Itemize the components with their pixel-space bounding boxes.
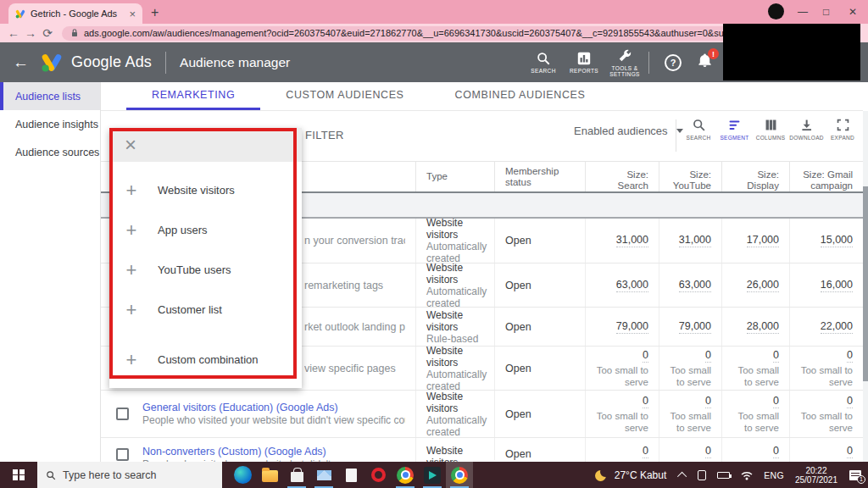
profile-avatar[interactable]	[768, 3, 784, 19]
col-membership-status[interactable]: Membership status	[494, 162, 585, 191]
time-text: 20:22	[795, 466, 837, 475]
nav-reports-button[interactable]: REPORTS	[564, 51, 604, 74]
menu-item-youtube-users[interactable]: + YouTube users	[109, 250, 302, 290]
type-main: Website visitors	[426, 345, 484, 369]
plus-icon: +	[121, 219, 142, 241]
battery-icon[interactable]	[717, 472, 730, 479]
tab-custom-audiences[interactable]: CUSTOM AUDIENCES	[260, 82, 429, 110]
play-arrow-icon[interactable]	[419, 462, 446, 488]
wrench-icon	[617, 48, 632, 64]
enabled-audiences-dropdown[interactable]: Enabled audiences	[574, 125, 683, 137]
segment-label: SEGMENT	[720, 135, 748, 141]
window-minimize-button[interactable]: —	[798, 6, 808, 18]
notification-center-icon[interactable]: 1	[849, 470, 861, 480]
edge-icon[interactable]	[229, 462, 256, 488]
close-icon[interactable]: ×	[125, 136, 136, 153]
sidebar-item-audience-sources[interactable]: Audience sources	[0, 138, 100, 166]
reload-button[interactable]: ⟳	[39, 26, 56, 40]
download-button[interactable]: DOWNLOAD	[789, 118, 825, 141]
header-divider	[165, 52, 166, 74]
size-display-value: 28,000	[747, 320, 779, 334]
table-row: Non-converters (Custom) (Google Ads) Peo…	[101, 438, 863, 462]
size-search-value: 31,000	[616, 234, 648, 247]
start-button[interactable]	[0, 462, 37, 488]
file-explorer-icon[interactable]	[256, 462, 283, 488]
wifi-icon[interactable]	[741, 470, 753, 480]
tab-remarketing[interactable]: REMARKETING	[126, 82, 260, 110]
col-type[interactable]: Type	[415, 162, 494, 191]
expand-label: EXPAND	[831, 135, 854, 141]
size-note: Too small to serve	[800, 364, 853, 388]
menu-item-label: App users	[158, 224, 208, 236]
columns-button[interactable]: COLUMNS	[753, 118, 788, 141]
weather-text[interactable]: 27°C Kabut	[615, 469, 667, 481]
type-sub: Automatically created	[426, 286, 484, 309]
app-back-arrow-icon[interactable]: ←	[13, 53, 29, 72]
mail-icon[interactable]	[310, 462, 337, 488]
col-size-youtube[interactable]: Size: YouTube	[659, 162, 721, 191]
audience-description: rket outlook landing pa...	[304, 321, 405, 333]
menu-item-custom-combination[interactable]: + Custom combination	[109, 340, 302, 380]
audience-name-link[interactable]: General visitors (Education) (Google Ads…	[142, 401, 405, 414]
window-close-button[interactable]: ✕	[849, 6, 857, 18]
google-ads-favicon	[15, 9, 25, 19]
size-gmail-value: 15,000	[821, 234, 853, 247]
col-size-gmail[interactable]: Size: Gmail campaign	[789, 162, 863, 191]
audience-name-link[interactable]: Non-converters (Custom) (Google Ads)	[142, 445, 339, 458]
type-main: Website visitors	[426, 445, 484, 462]
search-label: SEARCH	[687, 135, 711, 141]
type-main: Website visitors	[426, 262, 484, 286]
segment-button[interactable]: SEGMENT	[717, 118, 753, 141]
browser-tab[interactable]: Getrich - Google Ads ×	[8, 3, 142, 24]
audience-description: view specific pages	[304, 363, 405, 374]
nav-tools-settings-button[interactable]: TOOLS & SETTINGS	[604, 48, 645, 77]
sidebar-item-audience-lists[interactable]: Audience lists	[0, 82, 100, 110]
opera-icon[interactable]	[364, 462, 392, 488]
window-maximize-button[interactable]: □	[823, 6, 829, 18]
tray-chevron-icon[interactable]	[677, 471, 687, 480]
row-checkbox[interactable]	[116, 408, 129, 420]
weather-moon-icon[interactable]	[595, 469, 609, 482]
chrome-active-icon[interactable]	[446, 462, 473, 488]
menu-item-label: Customer list	[158, 303, 222, 316]
notifications-button[interactable]: !	[697, 53, 713, 72]
add-filter-button[interactable]: FILTER	[305, 129, 344, 141]
sidebar-item-audience-insights[interactable]: Audience insights	[0, 110, 100, 138]
col-size-search[interactable]: Size: Search	[585, 162, 659, 191]
tab-combined-audiences[interactable]: COMBINED AUDIENCES	[430, 82, 611, 110]
nav-search-button[interactable]: SEARCH	[523, 51, 564, 74]
new-tab-button[interactable]: +	[151, 5, 159, 20]
notification-badge: !	[708, 48, 719, 59]
chrome-icon[interactable]	[392, 462, 419, 488]
menu-item-customer-list[interactable]: + Customer list	[109, 290, 302, 330]
scrollbar-thumb[interactable]	[863, 186, 868, 381]
table-search-button[interactable]: SEARCH	[681, 118, 716, 141]
col-size-display[interactable]: Size: Display	[721, 162, 789, 191]
back-button[interactable]: ←	[5, 26, 22, 40]
audience-description: remarketing tags	[304, 280, 405, 291]
store-icon[interactable]	[283, 462, 310, 488]
menu-item-website-visitors[interactable]: + Website visitors	[109, 170, 302, 210]
nav-tools-label: TOOLS & SETTINGS	[604, 65, 645, 77]
clock[interactable]: 20:22 25/07/2021	[795, 466, 837, 485]
membership-status: Open	[505, 448, 575, 460]
nav-divider	[648, 52, 649, 74]
document-icon[interactable]	[337, 462, 364, 488]
language-indicator[interactable]: ENG	[764, 470, 784, 480]
tab-close-icon[interactable]: ×	[129, 8, 136, 20]
size-display-value: 0	[773, 395, 779, 408]
date-text: 25/07/2021	[795, 475, 837, 485]
brand-name: Google Ads	[71, 53, 152, 71]
tab-title: Getrich - Google Ads	[31, 8, 125, 19]
row-checkbox[interactable]	[116, 448, 129, 461]
expand-button[interactable]: EXPAND	[825, 118, 860, 141]
forward-button[interactable]: →	[22, 26, 39, 40]
help-button[interactable]: ?	[665, 54, 682, 71]
tablet-icon[interactable]	[698, 470, 706, 480]
taskbar-search-input[interactable]: Type here to search	[37, 462, 222, 488]
type-main: Website visitors	[426, 217, 484, 241]
windows-logo-icon	[13, 469, 25, 481]
menu-item-label: Website visitors	[158, 184, 235, 197]
menu-item-app-users[interactable]: + App users	[109, 210, 302, 250]
size-note: Too small to serve	[670, 364, 711, 388]
